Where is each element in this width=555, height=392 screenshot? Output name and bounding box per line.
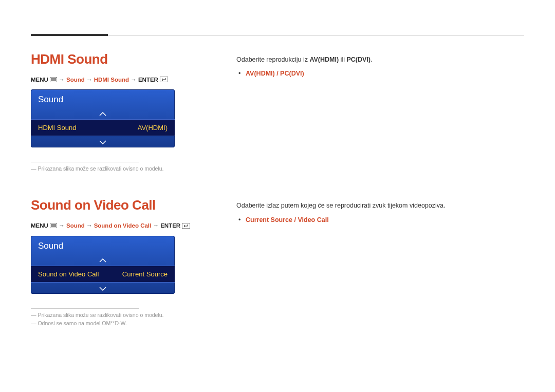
option-list: AV(HDMI) / PC(DVI) [236, 68, 524, 79]
description-line: Odaberite reprodukciju iz AV(HDMI) ili P… [236, 54, 524, 65]
desc-text: . [371, 56, 372, 63]
osd-item-value: Current Source [122, 270, 168, 278]
osd-arrow-down[interactable] [31, 136, 175, 147]
enter-label: ENTER [160, 222, 180, 229]
footnote-rule [31, 162, 139, 162]
osd-item-label: HDMI Sound [38, 124, 76, 132]
menu-icon [50, 77, 57, 83]
osd-menu: Sound HDMI Sound AV(HDMI) [31, 89, 175, 147]
osd-menu: Sound Sound on Video Call Current Source [31, 236, 175, 294]
option-item: AV(HDMI) / PC(DVI) [246, 68, 524, 79]
osd-arrow-down[interactable] [31, 283, 175, 294]
desc-text: ili [339, 56, 346, 63]
section-title: Sound on Video Call [31, 197, 206, 213]
header-rule-accent [31, 34, 108, 36]
description-line: Odaberite izlaz putem kojeg će se reprod… [236, 200, 524, 211]
enter-icon [182, 223, 190, 230]
menu-label: MENU [31, 77, 48, 83]
left-column: HDMI Sound MENU → Sound → HDMI Sound → E… [31, 51, 206, 172]
osd-menu-title: Sound [31, 236, 175, 254]
footnote-rule [31, 308, 139, 309]
chevron-down-icon [99, 140, 106, 144]
desc-bold: PC(DVI) [346, 56, 371, 63]
section-title: HDMI Sound [31, 51, 206, 67]
breadcrumb: MENU → Sound → Sound on Video Call → ENT… [31, 222, 206, 229]
section-hdmi-sound: HDMI Sound MENU → Sound → HDMI Sound → E… [31, 51, 524, 172]
osd-item-value: AV(HDMI) [138, 124, 168, 132]
osd-arrow-up[interactable] [31, 254, 175, 266]
enter-label: ENTER [138, 77, 158, 83]
enter-icon [160, 77, 168, 83]
left-column: Sound on Video Call MENU → Sound → Sound… [31, 197, 206, 326]
chevron-up-icon [99, 112, 106, 116]
menu-label: MENU [31, 222, 48, 229]
footnote: Odnosi se samo na model OM**D-W. [31, 320, 206, 326]
option-list: Current Source / Video Call [236, 215, 524, 226]
section-sound-on-video-call: Sound on Video Call MENU → Sound → Sound… [31, 197, 524, 326]
breadcrumb-p2: HDMI Sound [94, 77, 129, 83]
right-column: Odaberite reprodukciju iz AV(HDMI) ili P… [236, 51, 524, 172]
breadcrumb-p1: Sound [66, 77, 85, 83]
desc-bold: AV(HDMI) [309, 56, 339, 63]
osd-item-label: Sound on Video Call [38, 270, 99, 278]
osd-menu-item[interactable]: Sound on Video Call Current Source [31, 266, 175, 283]
option-item: Current Source / Video Call [246, 215, 524, 226]
footnote: Prikazana slika može se razlikovati ovis… [31, 165, 206, 172]
desc-text: Odaberite reprodukciju iz [236, 56, 309, 63]
breadcrumb: MENU → Sound → HDMI Sound → ENTER [31, 77, 206, 83]
osd-menu-item[interactable]: HDMI Sound AV(HDMI) [31, 119, 175, 136]
breadcrumb-p1: Sound [66, 222, 85, 229]
menu-icon [50, 223, 57, 229]
osd-arrow-up[interactable] [31, 108, 175, 119]
right-column: Odaberite izlaz putem kojeg će se reprod… [236, 197, 524, 326]
breadcrumb-p2: Sound on Video Call [94, 222, 152, 229]
option-text: AV(HDMI) / PC(DVI) [246, 70, 304, 77]
chevron-down-icon [99, 287, 106, 291]
option-text: Current Source / Video Call [246, 216, 329, 223]
osd-menu-title: Sound [31, 89, 175, 108]
footnote: Prikazana slika može se razlikovati ovis… [31, 312, 206, 318]
chevron-up-icon [99, 258, 106, 263]
